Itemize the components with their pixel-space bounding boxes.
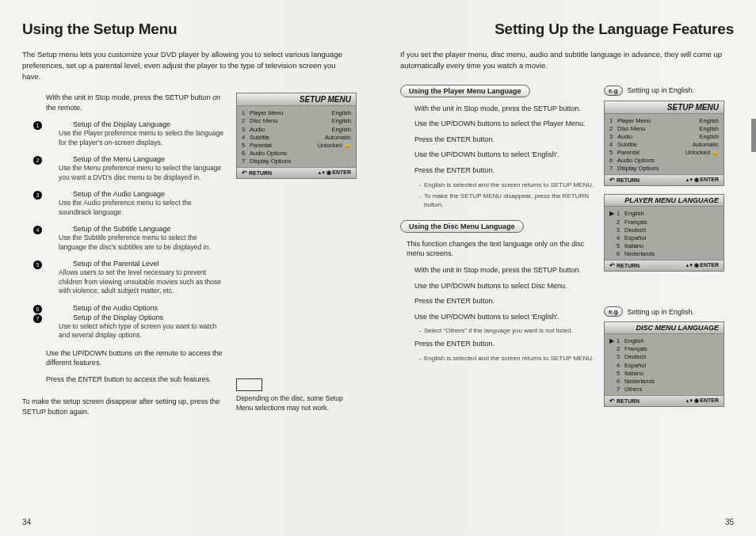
list-item: 4 Setup of the Subtitle Language Use the… xyxy=(46,225,225,252)
osd-footer: RETURN ENTER xyxy=(605,395,724,406)
number-badge: 7 xyxy=(33,314,42,323)
setup-item-list: 1 Setup of the Display Language Use the … xyxy=(46,120,225,340)
stop-mode-note: With the unit in Stop mode, press the SE… xyxy=(46,93,225,112)
sub-bullet: Select "Others" if the language you want… xyxy=(419,327,594,336)
number-badge: 4 xyxy=(33,226,42,234)
page-number: 34 xyxy=(22,518,31,526)
list-item: 1 Setup of the Display Language Use the … xyxy=(46,120,225,147)
player-step-list: With the unit in Stop mode, press the SE… xyxy=(414,104,594,176)
note-box xyxy=(236,378,262,391)
list-item: 6 Setup of the Audio Options xyxy=(46,304,225,312)
number-badge: 1 xyxy=(33,121,42,130)
sub-bullet: English is selected and the screen retur… xyxy=(419,181,594,190)
list-item: 7 Setup of the Display Options Use to se… xyxy=(46,314,225,340)
updown-note: Use the UP/DOWN buttons on the remote to… xyxy=(46,348,225,368)
osd-player-menu-language: PLAYER MENU LANGUAGE ▶1English ▶2Françai… xyxy=(604,194,724,272)
osd-body: ▶1English ▶2Français ▶3Deutsch ▶4Español… xyxy=(605,334,724,395)
osd-disc-menu-language: DISC MENU LANGUAGE ▶1English ▶2Français … xyxy=(604,321,724,407)
disc-step-list: With the unit in Stop mode, press the SE… xyxy=(414,265,594,321)
page-number: 35 xyxy=(725,518,734,526)
pointer-icon: ▶ xyxy=(609,210,614,218)
item-desc: Use the Audio preference menu to select … xyxy=(59,199,225,217)
return-icon: RETURN xyxy=(242,169,272,177)
item-title: Setup of the Audio Language xyxy=(73,190,225,198)
page-35: Setting Up the Language Features If you … xyxy=(378,0,756,536)
step-item: Use the UP/DOWN buttons to select the Pl… xyxy=(414,119,594,129)
eg-badge: e.g xyxy=(604,306,623,317)
list-item: 5 Setup of the Parental Level Allows use… xyxy=(46,260,225,295)
left-aside-column: SETUP MENU 1Player MenuEnglish 2Disc Men… xyxy=(236,93,355,416)
sub-bullet: English is selected and the screen retur… xyxy=(419,355,594,363)
eg-row: e.g Setting up in English. xyxy=(604,306,734,317)
item-title: Setup of the Parental Level xyxy=(73,260,225,268)
item-desc: Allows users to set the level necessary … xyxy=(59,268,225,295)
eg-badge: e.g xyxy=(604,86,623,96)
side-tab xyxy=(751,119,756,152)
left-main-column: With the unit in Stop mode, press the SE… xyxy=(22,93,225,416)
return-icon: RETURN xyxy=(609,262,640,269)
item-desc: Use the Player preference menu to select… xyxy=(59,129,225,147)
sub-bullet: To make the SETUP MENU disappear, press … xyxy=(419,192,594,210)
return-icon: RETURN xyxy=(609,177,640,184)
number-badge: 3 xyxy=(33,191,42,200)
step-item: With the unit in Stop mode, press the SE… xyxy=(414,265,594,276)
press-enter-note: Press the ENTER button to access the sub… xyxy=(46,374,225,385)
eg-row: e.g Setting up in English. xyxy=(604,86,734,96)
item-title: Setup of the Audio Options xyxy=(73,304,225,312)
arrows-icon xyxy=(685,177,694,182)
number-badge: 5 xyxy=(33,260,42,269)
right-columns: Using the Player Menu Language With the … xyxy=(400,82,734,416)
intro-right: If you set the player menu, disc menu, a… xyxy=(400,49,733,71)
osd-setup-menu-2: SETUP MENU 1Player MenuEnglish 2Disc Men… xyxy=(604,101,724,187)
step-item: Use the UP/DOWN buttons to select 'Engli… xyxy=(414,312,594,322)
item-desc: Use the Subtitle preference menu to sele… xyxy=(59,234,225,252)
arrows-icon xyxy=(317,170,326,175)
osd-body: 1Player MenuEnglish 2Disc MenuEnglish 3A… xyxy=(237,106,356,167)
intro-left: The Setup menu lets you customize your D… xyxy=(22,49,355,82)
tail-note: To make the setup screen disappear after… xyxy=(22,397,225,416)
osd-footer: RETURN ENTER xyxy=(237,167,356,178)
section2-intro: This function changes the text language … xyxy=(407,239,594,259)
item-desc: Use to select which type of screen you w… xyxy=(59,322,225,340)
pointer-icon: ▶ xyxy=(609,337,614,345)
page-spread: Using the Setup Menu The Setup menu lets… xyxy=(0,0,756,536)
step-item: Press the ENTER button. xyxy=(414,296,594,306)
eg-text: Setting up in English. xyxy=(628,308,695,316)
number-badge: 2 xyxy=(33,156,42,165)
item-title: Setup of the Display Options xyxy=(73,314,225,321)
right-aside-column: e.g Setting up in English. SETUP MENU 1P… xyxy=(604,82,734,416)
osd-title: SETUP MENU xyxy=(605,101,724,114)
step-item: Use the UP/DOWN buttons to select 'Engli… xyxy=(414,150,594,160)
step-item: Press the ENTER button. xyxy=(414,339,594,349)
item-title: Setup of the Display Language xyxy=(73,120,225,128)
page-title-right: Setting Up the Language Features xyxy=(400,21,734,38)
osd-body: ▶1English ▶2Français ▶3Deutsch ▶4Español… xyxy=(605,207,724,260)
step-item: Use the UP/DOWN buttons to select Disc M… xyxy=(414,281,594,291)
page-title-left: Using the Setup Menu xyxy=(22,21,355,38)
arrows-icon xyxy=(685,263,694,268)
right-main-column: Using the Player Menu Language With the … xyxy=(400,82,594,416)
osd-title: PLAYER MENU LANGUAGE xyxy=(605,195,724,207)
left-columns: With the unit in Stop mode, press the SE… xyxy=(22,93,355,416)
arrows-icon xyxy=(685,398,694,403)
number-badge: 6 xyxy=(33,305,42,314)
list-item: 2 Setup of the Menu Language Use the Men… xyxy=(46,155,225,182)
return-icon: RETURN xyxy=(609,397,640,405)
page-34: Using the Setup Menu The Setup menu lets… xyxy=(0,0,378,536)
step-item: Press the ENTER button. xyxy=(414,165,594,176)
list-item: 3 Setup of the Audio Language Use the Au… xyxy=(46,190,225,217)
eg-text: Setting up in English. xyxy=(628,86,695,94)
item-desc: Use the Menu preference menu to select t… xyxy=(59,164,225,182)
osd-title: DISC MENU LANGUAGE xyxy=(605,322,724,334)
item-title: Setup of the Subtitle Language xyxy=(73,225,225,233)
step-item: Press the ENTER button. xyxy=(414,135,594,145)
step-item: With the unit in Stop mode, press the SE… xyxy=(414,104,594,114)
disc-step-list-2: Press the ENTER button. xyxy=(414,339,594,349)
section-label-player: Using the Player Menu Language xyxy=(400,85,530,97)
item-title: Setup of the Menu Language xyxy=(73,155,225,163)
osd-body: 1Player MenuEnglish 2Disc MenuEnglish 3A… xyxy=(605,114,724,175)
osd-title: SETUP MENU xyxy=(237,93,356,106)
osd-setup-menu: SETUP MENU 1Player MenuEnglish 2Disc Men… xyxy=(236,93,357,179)
osd-footer: RETURN ENTER xyxy=(605,174,724,185)
osd-footer: RETURN ENTER xyxy=(605,260,724,271)
